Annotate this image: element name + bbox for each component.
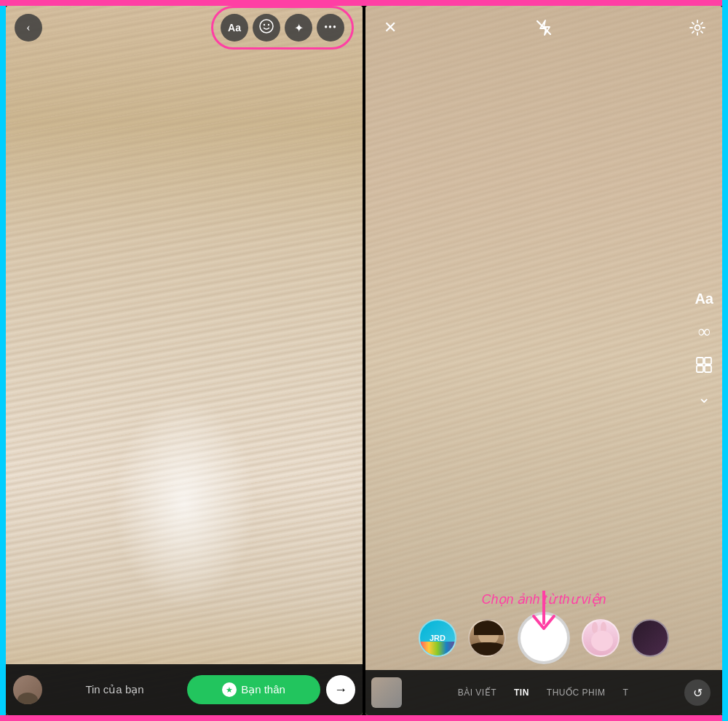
more-icon: •••	[324, 22, 337, 34]
filter-jrd[interactable]: JRD	[419, 619, 456, 657]
sparkle-tool-icon: ✦	[294, 21, 304, 35]
next-button[interactable]: →	[326, 675, 355, 704]
pink-bottom-border	[0, 715, 728, 721]
flash-off-icon	[534, 18, 553, 37]
right-top-bar: ✕	[365, 6, 722, 50]
banthan-tab-label: Bạn thân	[241, 683, 285, 696]
arrow-icon: →	[334, 682, 347, 698]
left-panel: ‹ Aa	[6, 6, 363, 715]
close-icon: ✕	[384, 18, 397, 37]
layout-icon	[695, 356, 713, 374]
svg-rect-8	[705, 366, 711, 372]
svg-rect-7	[697, 366, 703, 372]
face-tool-button[interactable]	[253, 14, 280, 42]
close-button[interactable]: ✕	[377, 15, 403, 41]
svg-rect-6	[705, 358, 711, 364]
bottom-nav-row: BÀI VIẾT TIN THUỐC PHIM T	[365, 676, 722, 712]
right-infinity-tool[interactable]: ∞	[698, 322, 711, 342]
outer-wrapper: ‹ Aa	[0, 0, 728, 721]
flash-off-button[interactable]	[531, 15, 557, 41]
nav-tabs: BÀI VIẾT TIN THUỐC PHIM T	[408, 685, 678, 701]
back-icon: ‹	[26, 21, 30, 34]
right-side-tools: Aa ∞ ⌄	[695, 291, 713, 407]
nav-tab-thuocphim[interactable]: THUỐC PHIM	[539, 685, 613, 701]
user-avatar	[13, 675, 42, 704]
infinity-icon: ∞	[698, 322, 711, 342]
rotate-icon: ↺	[693, 686, 703, 700]
right-layout-tool[interactable]	[695, 356, 713, 374]
filter-bunny[interactable]	[582, 619, 620, 657]
pink-top-border	[0, 0, 728, 6]
svg-rect-5	[697, 358, 703, 364]
settings-button[interactable]	[684, 15, 711, 41]
gallery-thumbnail[interactable]	[371, 677, 402, 708]
text-tool-button[interactable]: Aa	[221, 14, 248, 42]
settings-icon	[688, 18, 707, 37]
right-text-tool[interactable]: Aa	[695, 291, 713, 307]
chevron-down-icon: ⌄	[697, 388, 711, 407]
tin-tab[interactable]: Tin của bạn	[48, 675, 181, 704]
svg-point-1	[264, 23, 265, 25]
banthan-tab[interactable]: ★ Bạn thân	[187, 675, 320, 704]
face-tool-icon	[259, 19, 274, 37]
svg-point-4	[695, 25, 700, 31]
left-top-bar: ‹ Aa	[6, 6, 363, 50]
filter-girl[interactable]	[468, 619, 506, 657]
rotate-button[interactable]: ↺	[684, 679, 711, 706]
right-panel: ✕	[365, 6, 722, 715]
more-tool-button[interactable]: •••	[317, 14, 344, 42]
right-text-icon: Aa	[695, 291, 713, 307]
svg-point-0	[260, 20, 273, 33]
right-chevron-tool[interactable]: ⌄	[697, 388, 711, 407]
chon-anh-label: Chọn ảnh từ thư viện	[481, 591, 606, 607]
nav-tab-t[interactable]: T	[616, 685, 636, 701]
sparkle-tool-button[interactable]: ✦	[285, 14, 312, 42]
top-icons-group: Aa ✦	[211, 6, 354, 50]
tin-tab-label: Tin của bạn	[85, 683, 143, 696]
back-button[interactable]: ‹	[15, 14, 42, 42]
filter-dark[interactable]	[631, 619, 669, 657]
bottom-nav: BÀI VIẾT TIN THUỐC PHIM T	[365, 670, 722, 715]
svg-point-2	[268, 23, 269, 25]
star-icon: ★	[222, 682, 237, 697]
panels-container: ‹ Aa	[0, 0, 728, 721]
text-tool-icon: Aa	[228, 22, 241, 34]
nav-tab-tin[interactable]: TIN	[507, 685, 537, 701]
left-background	[6, 6, 363, 715]
nav-tab-baiviet[interactable]: BÀI VIẾT	[451, 685, 504, 701]
left-bottom-bar: Tin của bạn ★ Bạn thân →	[6, 664, 363, 715]
